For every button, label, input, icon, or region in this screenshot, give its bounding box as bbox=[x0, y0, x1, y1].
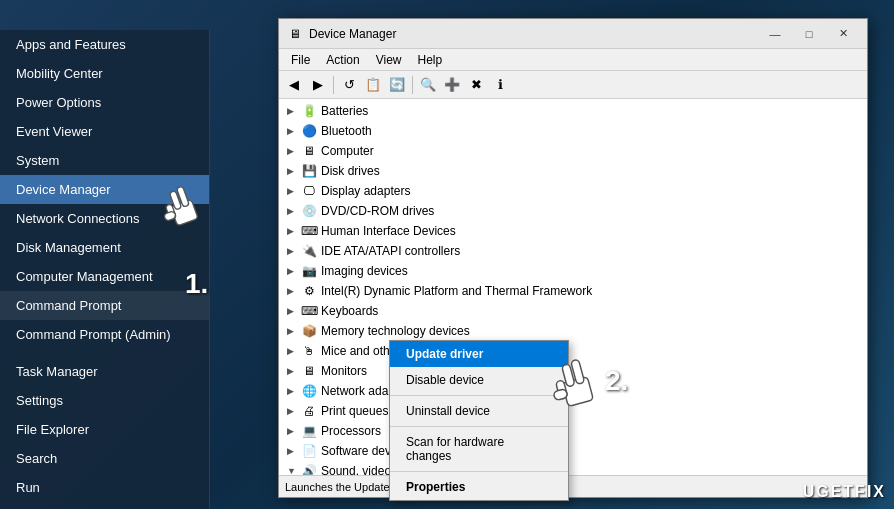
window-statusbar: Launches the Update Dri... bbox=[279, 475, 867, 497]
watermark-text: UGETFIX bbox=[803, 483, 886, 500]
tree-item-batteries[interactable]: ▶ 🔋 Batteries bbox=[279, 101, 867, 121]
ctx-scan-hardware[interactable]: Scan for hardware changes bbox=[390, 429, 568, 469]
tree-item-ide[interactable]: ▶ 🔌 IDE ATA/ATAPI controllers bbox=[279, 241, 867, 261]
tree-item-software[interactable]: ▶ 📄 Software devices bbox=[279, 441, 867, 461]
tree-item-processors[interactable]: ▶ 💻 Processors bbox=[279, 421, 867, 441]
menu-item-run[interactable]: Run bbox=[0, 473, 209, 502]
tree-arrow: ▶ bbox=[287, 346, 301, 356]
network-icon: 🌐 bbox=[301, 383, 317, 399]
tree-item-imaging[interactable]: ▶ 📷 Imaging devices bbox=[279, 261, 867, 281]
window-toolbar: ◀ ▶ ↺ 📋 🔄 🔍 ➕ ✖ ℹ bbox=[279, 71, 867, 99]
tree-item-sound[interactable]: ▼ 🔊 Sound, video and game controllers bbox=[279, 461, 867, 475]
toolbar-back[interactable]: ◀ bbox=[283, 74, 305, 96]
disk-icon: 💾 bbox=[301, 163, 317, 179]
window-menubar: File Action View Help bbox=[279, 49, 867, 71]
ctx-update-driver[interactable]: Update driver bbox=[390, 341, 568, 367]
battery-icon: 🔋 bbox=[301, 103, 317, 119]
tree-item-bluetooth[interactable]: ▶ 🔵 Bluetooth bbox=[279, 121, 867, 141]
ctx-uninstall-device[interactable]: Uninstall device bbox=[390, 398, 568, 424]
tree-item-dvd[interactable]: ▶ 💿 DVD/CD-ROM drives bbox=[279, 201, 867, 221]
tree-item-memory[interactable]: ▶ 📦 Memory technology devices bbox=[279, 321, 867, 341]
toolbar-info[interactable]: ℹ bbox=[489, 74, 511, 96]
tree-arrow: ▶ bbox=[287, 226, 301, 236]
context-menu: Update driver Disable device Uninstall d… bbox=[389, 340, 569, 501]
toolbar-remove[interactable]: ✖ bbox=[465, 74, 487, 96]
tree-item-keyboards[interactable]: ▶ ⌨ Keyboards bbox=[279, 301, 867, 321]
watermark: UGETFIX bbox=[803, 483, 886, 501]
menu-item-device-manager[interactable]: Device Manager bbox=[0, 175, 209, 204]
tree-arrow: ▶ bbox=[287, 406, 301, 416]
maximize-button[interactable]: □ bbox=[793, 24, 825, 44]
tree-arrow: ▶ bbox=[287, 146, 301, 156]
tree-item-disk-drives[interactable]: ▶ 💾 Disk drives bbox=[279, 161, 867, 181]
menu-item-mobility[interactable]: Mobility Center bbox=[0, 59, 209, 88]
ctx-disable-device[interactable]: Disable device bbox=[390, 367, 568, 393]
menu-item-cmd[interactable]: Command Prompt bbox=[0, 291, 209, 320]
tree-item-display[interactable]: ▶ 🖵 Display adapters bbox=[279, 181, 867, 201]
toolbar-scan[interactable]: 🔍 bbox=[417, 74, 439, 96]
ctx-sep-1 bbox=[390, 395, 568, 396]
intel-icon: ⚙ bbox=[301, 283, 317, 299]
menu-help[interactable]: Help bbox=[410, 51, 451, 69]
tree-item-monitors[interactable]: ▶ 🖥 Monitors bbox=[279, 361, 867, 381]
close-button[interactable]: ✕ bbox=[827, 24, 859, 44]
menu-item-computer-mgmt[interactable]: Computer Management bbox=[0, 262, 209, 291]
bluetooth-icon: 🔵 bbox=[301, 123, 317, 139]
tree-item-hid[interactable]: ▶ ⌨ Human Interface Devices bbox=[279, 221, 867, 241]
menu-view[interactable]: View bbox=[368, 51, 410, 69]
tree-arrow: ▶ bbox=[287, 186, 301, 196]
desktop: Apps and Features Mobility Center Power … bbox=[0, 0, 894, 509]
toolbar-forward[interactable]: ▶ bbox=[307, 74, 329, 96]
tree-item-computer[interactable]: ▶ 🖥 Computer bbox=[279, 141, 867, 161]
tree-expand-sound: ▼ bbox=[287, 466, 301, 475]
menu-item-cmd-admin[interactable]: Command Prompt (Admin) bbox=[0, 320, 209, 349]
tree-arrow: ▶ bbox=[287, 206, 301, 216]
tree-arrow: ▶ bbox=[287, 166, 301, 176]
menu-item-settings[interactable]: Settings bbox=[0, 386, 209, 415]
window-title: Device Manager bbox=[309, 27, 759, 41]
menu-item-apps[interactable]: Apps and Features bbox=[0, 30, 209, 59]
keyboard-icon: ⌨ bbox=[301, 303, 317, 319]
toolbar-update[interactable]: 🔄 bbox=[386, 74, 408, 96]
menu-item-system[interactable]: System bbox=[0, 146, 209, 175]
menu-action[interactable]: Action bbox=[318, 51, 367, 69]
tree-arrow: ▶ bbox=[287, 426, 301, 436]
tree-arrow: ▶ bbox=[287, 366, 301, 376]
sound-icon: 🔊 bbox=[301, 463, 317, 475]
printer-icon: 🖨 bbox=[301, 403, 317, 419]
device-manager-window: 🖥 Device Manager — □ ✕ File Action View … bbox=[278, 18, 868, 498]
tree-arrow: ▶ bbox=[287, 446, 301, 456]
toolbar-properties[interactable]: 📋 bbox=[362, 74, 384, 96]
toolbar-refresh[interactable]: ↺ bbox=[338, 74, 360, 96]
start-menu: Apps and Features Mobility Center Power … bbox=[0, 30, 210, 509]
tree-arrow: ▶ bbox=[287, 246, 301, 256]
minimize-button[interactable]: — bbox=[759, 24, 791, 44]
software-icon: 📄 bbox=[301, 443, 317, 459]
menu-item-search[interactable]: Search bbox=[0, 444, 209, 473]
processor-icon: 💻 bbox=[301, 423, 317, 439]
menu-item-event[interactable]: Event Viewer bbox=[0, 117, 209, 146]
menu-item-disk[interactable]: Disk Management bbox=[0, 233, 209, 262]
tree-arrow: ▶ bbox=[287, 126, 301, 136]
menu-item-file-explorer[interactable]: File Explorer bbox=[0, 415, 209, 444]
menu-file[interactable]: File bbox=[283, 51, 318, 69]
imaging-icon: 📷 bbox=[301, 263, 317, 279]
ctx-properties[interactable]: Properties bbox=[390, 474, 568, 500]
monitor-icon: 🖥 bbox=[301, 363, 317, 379]
tree-arrow: ▶ bbox=[287, 286, 301, 296]
tree-item-network[interactable]: ▶ 🌐 Network adapters bbox=[279, 381, 867, 401]
menu-item-network[interactable]: Network Connections bbox=[0, 204, 209, 233]
tree-item-intel-dynamic[interactable]: ▶ ⚙ Intel(R) Dynamic Platform and Therma… bbox=[279, 281, 867, 301]
tree-arrow: ▶ bbox=[287, 386, 301, 396]
computer-icon: 🖥 bbox=[301, 143, 317, 159]
tree-item-mice[interactable]: ▶ 🖱 Mice and other pointing devices bbox=[279, 341, 867, 361]
hid-icon: ⌨ bbox=[301, 223, 317, 239]
device-tree[interactable]: ▶ 🔋 Batteries ▶ 🔵 Bluetooth ▶ 🖥 Computer… bbox=[279, 99, 867, 475]
menu-item-task-manager[interactable]: Task Manager bbox=[0, 357, 209, 386]
tree-item-print[interactable]: ▶ 🖨 Print queues bbox=[279, 401, 867, 421]
window-content: ▶ 🔋 Batteries ▶ 🔵 Bluetooth ▶ 🖥 Computer… bbox=[279, 99, 867, 475]
menu-item-power[interactable]: Power Options bbox=[0, 88, 209, 117]
dvd-icon: 💿 bbox=[301, 203, 317, 219]
toolbar-add[interactable]: ➕ bbox=[441, 74, 463, 96]
display-icon: 🖵 bbox=[301, 183, 317, 199]
